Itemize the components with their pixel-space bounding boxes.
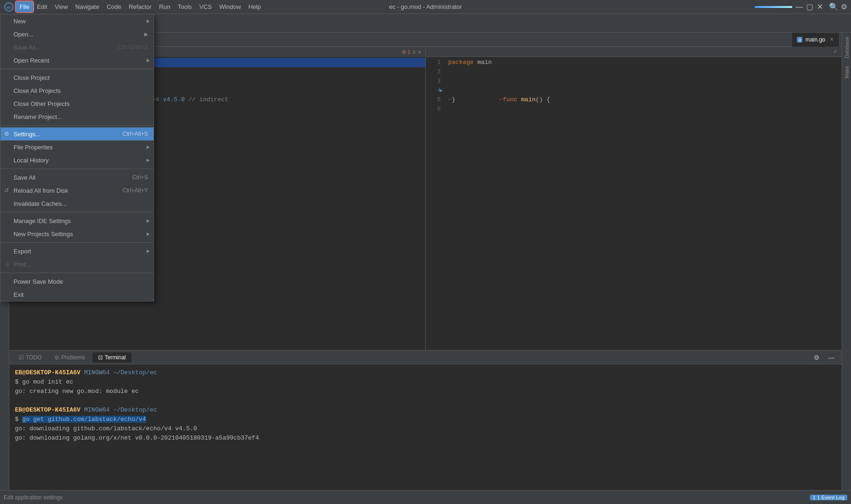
maingo-line-2: [448, 67, 842, 77]
menu-item-manage-ide[interactable]: Manage IDE Settings: [0, 214, 154, 227]
menu-export-label: Export: [14, 248, 31, 255]
menu-exit-label: Exit: [14, 291, 24, 298]
sidebar-right: Database Make: [842, 33, 851, 490]
maximize-button[interactable]: ▢: [806, 4, 813, 10]
menu-settings-label: Settings...: [14, 131, 41, 138]
menu-item-close-project[interactable]: Close Project: [0, 71, 154, 84]
terminal-area: ☑ TODO ⊘ Problems ⊡ Terminal ⚙ —: [9, 350, 842, 490]
menu-item-local-history[interactable]: Local History: [0, 154, 154, 167]
terminal-minimize-button[interactable]: —: [825, 351, 838, 364]
check-icon: ✓: [833, 48, 838, 55]
menu-item-recent[interactable]: Open Recent: [0, 54, 154, 67]
separator-3: [0, 168, 154, 169]
titlebar: ec File Edit View Navigate Code Refactor…: [0, 0, 851, 14]
menu-reload-label: Reload All from Disk: [14, 187, 68, 194]
event-label: 1 Event Log: [817, 495, 844, 500]
sidebar-right-database[interactable]: Database: [844, 36, 850, 58]
terminal-content[interactable]: EB@DESKTOP-K45IA6V MINGW64 ~/Desktop/ec …: [9, 364, 842, 490]
event-log-badge[interactable]: 1 1 Event Log: [810, 495, 847, 500]
menu-item-new[interactable]: New: [0, 14, 154, 28]
tab-maingo[interactable]: g main.go ✕: [792, 33, 840, 47]
terminal-user-2: EB@DESKTOP-K45IA6V: [15, 406, 80, 413]
search-button[interactable]: 🔍: [830, 4, 837, 10]
menu-edit[interactable]: Edit: [33, 1, 51, 12]
menu-item-power-save[interactable]: Power Save Mode: [0, 275, 154, 288]
menu-item-reload[interactable]: ↺ Reload All from Disk Ctrl+Alt+Y: [0, 184, 154, 197]
status-bar: Edit application settings 1 1 Event Log: [0, 490, 851, 504]
tab-todo[interactable]: ☑ TODO: [13, 352, 47, 363]
tab-problems[interactable]: ⊘ Problems: [49, 352, 91, 363]
menu-window[interactable]: Window: [216, 1, 245, 12]
minimize-button[interactable]: —: [796, 4, 802, 10]
menu-run[interactable]: Run: [155, 1, 174, 12]
menu-close-other-label: Close Other Projects: [14, 100, 70, 107]
terminal-line-blank: [15, 396, 836, 406]
file-dropdown-menu: New Open... ▶ Save As... Ctrl+Shift+S Op…: [0, 14, 154, 301]
nav-down[interactable]: ∨: [418, 49, 422, 55]
menu-file-props-label: File Properties: [14, 144, 53, 151]
menu-navigate[interactable]: Navigate: [71, 1, 103, 12]
menu-local-history-label: Local History: [14, 157, 49, 164]
tab-todo-label: TODO: [26, 354, 42, 361]
maingo-editor[interactable]: ✓ 1 2 3 4 5 6 package main: [426, 47, 842, 350]
terminal-line-4: EB@DESKTOP-K45IA6V MINGW64 ~/Desktop/ec: [15, 406, 836, 415]
menu-item-save-all[interactable]: Save All Ctrl+S: [0, 171, 154, 184]
menu-file[interactable]: File: [16, 1, 33, 12]
menu-item-export[interactable]: Export: [0, 245, 154, 258]
menu-item-close-all[interactable]: Close All Projects: [0, 84, 154, 97]
sidebar-right-make[interactable]: Make: [844, 66, 850, 78]
maingo-code-content: 1 2 3 4 5 6 package main ▶ ⌐func main() …: [426, 57, 842, 114]
separator-4: [0, 212, 154, 212]
terminal-dollar: $: [15, 416, 22, 423]
menu-item-settings[interactable]: ⚙ Settings... Ctrl+Alt+S: [0, 127, 154, 140]
maingo-code-lines: package main ▶ ⌐func main() { ⌐}: [444, 57, 842, 114]
menu-item-invalidate[interactable]: Invalidate Caches...: [0, 197, 154, 210]
maingo-line-4: [448, 86, 842, 95]
menu-item-file-props[interactable]: File Properties: [0, 140, 154, 154]
menu-vcs[interactable]: VCS: [196, 1, 216, 12]
menu-help[interactable]: Help: [245, 1, 265, 12]
menu-tools[interactable]: Tools: [174, 1, 196, 12]
menu-print-label: Print...: [14, 261, 31, 268]
tab-maingo-close[interactable]: ✕: [828, 36, 835, 43]
status-left: Edit application settings: [4, 494, 63, 501]
terminal-toolbar: ☑ TODO ⊘ Problems ⊡ Terminal ⚙ —: [9, 350, 842, 364]
tab-maingo-label: main.go: [805, 36, 825, 43]
nav-up[interactable]: ∧: [412, 49, 416, 55]
maingo-header: ✓: [426, 47, 842, 57]
terminal-line-3: go: creating new go.mod: module ec: [15, 387, 836, 396]
todo-icon: ☑: [19, 354, 24, 361]
menu-bar: File Edit View Navigate Code Refactor Ru…: [16, 1, 265, 12]
terminal-settings-button[interactable]: ⚙: [810, 351, 823, 364]
problems-icon: ⊘: [55, 354, 59, 361]
menu-item-close-other[interactable]: Close Other Projects: [0, 97, 154, 110]
tab-terminal-label: Terminal: [105, 354, 126, 361]
terminal-highlight-cmd: go get github.com/labstack/echo/v4: [22, 416, 146, 423]
terminal-line-6: go: downloading github.com/labstack/echo…: [15, 424, 836, 434]
menu-save-all-label: Save All: [14, 174, 35, 181]
menu-item-open[interactable]: Open... ▶: [0, 28, 154, 41]
terminal-icon: ⊡: [98, 354, 103, 361]
print-icon: 🖨: [4, 261, 10, 267]
titlebar-controls: — ▢ ✕ 🔍 ⚙: [755, 4, 847, 10]
menu-item-rename[interactable]: Rename Project...: [0, 110, 154, 123]
menu-reload-shortcut: Ctrl+Alt+Y: [122, 187, 148, 194]
menu-item-exit[interactable]: Exit: [0, 288, 154, 301]
separator-5: [0, 242, 154, 243]
menu-close-project-label: Close Project: [14, 74, 49, 81]
terminal-line-7: go: downloading golang.org/x/net v0.0.0-…: [15, 434, 836, 443]
tab-bar-right: g main.go ✕: [80, 33, 842, 47]
close-button[interactable]: ✕: [816, 4, 823, 10]
menu-code[interactable]: Code: [103, 1, 125, 12]
tab-terminal[interactable]: ⊡ Terminal: [92, 352, 131, 363]
menu-item-new-project-settings[interactable]: New Projects Settings: [0, 227, 154, 240]
window-title: ec - go.mod - Administrator: [389, 3, 462, 10]
settings-gear-button[interactable]: ⚙: [841, 4, 847, 10]
titlebar-left: ec File Edit View Navigate Code Refactor…: [4, 1, 265, 12]
menu-rename-label: Rename Project...: [14, 113, 62, 120]
maingo-line-numbers: 1 2 3 4 5 6: [426, 57, 444, 114]
menu-view[interactable]: View: [51, 1, 71, 12]
menu-refactor[interactable]: Refactor: [125, 1, 155, 12]
terminal-cmd-1: $ go mod init ec: [15, 378, 73, 385]
terminal-line-2: $ go mod init ec: [15, 378, 836, 387]
